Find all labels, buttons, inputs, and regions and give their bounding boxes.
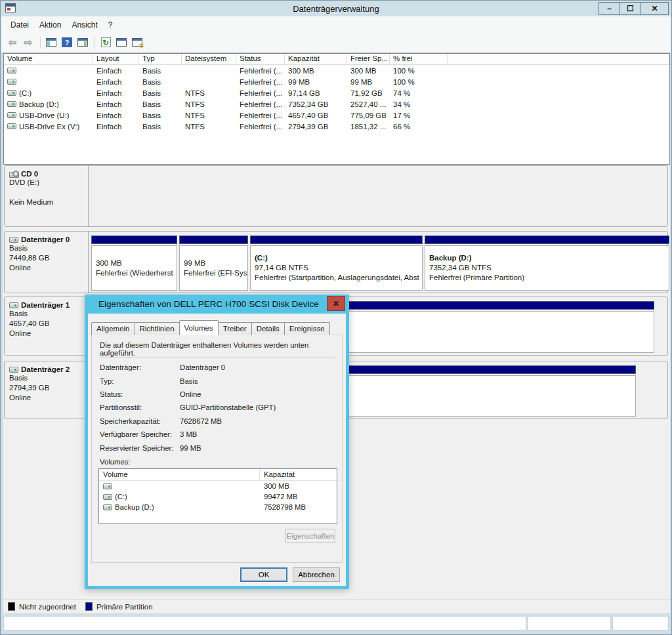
dialog-volume-row[interactable]: 300 MB bbox=[99, 481, 337, 491]
forward-button[interactable]: ⇨ bbox=[21, 35, 35, 50]
info-field-row: Reservierter Speicher:99 MB bbox=[100, 441, 337, 454]
disk-info-fields: Datenträger:Datenträger 0Typ:BasisStatus… bbox=[100, 361, 337, 455]
volume-cell-typ: Basis bbox=[139, 89, 182, 97]
info-field-row: Status:Online bbox=[100, 388, 337, 401]
partition-0-2[interactable]: (C:)97,14 GB NTFSFehlerfrei (Startpartit… bbox=[250, 236, 423, 291]
close-button[interactable]: ✕ bbox=[640, 2, 669, 15]
tab-page-volumes: Die auf diesem Datenträger enthaltenen V… bbox=[91, 335, 343, 563]
dialog-volume-name: Backup (D:) bbox=[115, 503, 154, 511]
dialog-volume-name: (C:) bbox=[115, 493, 127, 501]
column-header-6[interactable]: Freier Sp... bbox=[347, 54, 390, 64]
dialog-close-button[interactable]: ✕ bbox=[327, 296, 345, 311]
disk-label-0[interactable]: Datenträger 0Basis7449,88 GBOnline bbox=[5, 232, 89, 293]
volume-row[interactable]: EinfachBasisFehlerfrei (...300 MB300 MB1… bbox=[4, 65, 669, 76]
maximize-button[interactable]: ☐ bbox=[620, 2, 641, 15]
partition-size: 97,14 GB NTFS bbox=[255, 263, 422, 273]
volume-properties-button[interactable]: Eigenschaften bbox=[285, 529, 335, 543]
volume-cell-prozent: 100 % bbox=[390, 67, 448, 75]
volume-cell-layout: Einfach bbox=[93, 89, 139, 97]
partition-size: 99 MB bbox=[184, 258, 247, 268]
cancel-button[interactable]: Abbrechen bbox=[293, 567, 340, 582]
column-header-1[interactable]: Layout bbox=[93, 54, 139, 64]
column-header-0[interactable]: Volume bbox=[4, 54, 93, 64]
partition-area: 300 MBFehlerfrei (Wiederherst99 MBFehler… bbox=[89, 232, 666, 293]
drive-icon bbox=[7, 68, 16, 73]
volume-cell-kapazitaet: 7352,34 GB bbox=[285, 100, 347, 108]
tab-volumes[interactable]: Volumes bbox=[179, 320, 219, 335]
cd-media: DVD (E:) bbox=[9, 178, 85, 188]
volume-cell-freier: 1851,32 ... bbox=[347, 123, 390, 131]
disk-label-1[interactable]: Datenträger 1Basis4657,40 GBOnline bbox=[5, 297, 89, 355]
partition-0-3[interactable]: Backup (D:)7352,34 GB NTFSFehlerfrei (Pr… bbox=[425, 236, 669, 291]
drive-icon bbox=[7, 112, 16, 118]
field-label: Partitionsstil: bbox=[100, 403, 180, 411]
volume-cell-volume: (C:) bbox=[4, 89, 93, 97]
volume-row[interactable]: Backup (D:)EinfachBasisNTFSFehlerfrei (.… bbox=[4, 98, 669, 110]
tab-treiber[interactable]: Treiber bbox=[218, 322, 252, 335]
column-header-4[interactable]: Status bbox=[236, 54, 285, 64]
info-field-row: Datenträger:Datenträger 0 bbox=[100, 361, 337, 374]
ok-button[interactable]: OK bbox=[240, 567, 287, 582]
disk-typ: Basis bbox=[9, 243, 85, 253]
tab-details[interactable]: Details bbox=[251, 322, 285, 335]
cd-drive-label[interactable]: CD 0 DVD (E:) Kein Medium bbox=[5, 166, 89, 226]
volume-row[interactable]: USB-Drive Ex (V:)EinfachBasisNTFSFehlerf… bbox=[4, 121, 669, 132]
volumes-listbox[interactable]: Volume Kapazität 300 MB(C:)99472 MBBacku… bbox=[98, 468, 337, 524]
info-field-row: Partitionsstil:GUID-Partitionstabelle (G… bbox=[100, 401, 337, 414]
volume-cell-prozent: 17 % bbox=[390, 112, 448, 119]
volume-cell-layout: Einfach bbox=[93, 67, 139, 75]
partition-body: (C:)97,14 GB NTFSFehlerfrei (Startpartit… bbox=[250, 245, 423, 291]
volume-cell-dateisystem: NTFS bbox=[182, 89, 236, 97]
volume-cell-status: Fehlerfrei (... bbox=[236, 112, 285, 119]
field-label: Status: bbox=[100, 390, 180, 398]
disk-name: Datenträger 2 bbox=[21, 365, 70, 373]
help-button[interactable]: ? bbox=[60, 35, 74, 50]
menu-item-0[interactable]: Datei bbox=[5, 18, 34, 31]
dialog-volume-row[interactable]: (C:)99472 MB bbox=[99, 491, 337, 502]
disk-name: Datenträger 0 bbox=[21, 236, 70, 243]
column-header-2[interactable]: Typ bbox=[139, 54, 182, 64]
dialog-tabstrip: AllgemeinRichtlinienVolumesTreiberDetail… bbox=[91, 321, 329, 335]
maximize-icon: ☐ bbox=[627, 4, 634, 13]
cd-drive-row[interactable]: CD 0 DVD (E:) Kein Medium bbox=[4, 165, 668, 227]
partition-0-0[interactable]: 300 MBFehlerfrei (Wiederherst bbox=[91, 236, 177, 291]
disk-label-2[interactable]: Datenträger 2Basis2794,39 GBOnline bbox=[5, 361, 89, 419]
volumes-col-volume[interactable]: Volume bbox=[99, 469, 260, 480]
field-value: 7628672 MB bbox=[180, 417, 222, 425]
tab-allgemein[interactable]: Allgemein bbox=[91, 322, 135, 335]
volume-cell-dateisystem: NTFS bbox=[182, 100, 236, 108]
menu-item-3[interactable]: ? bbox=[103, 18, 118, 31]
action-pane-button[interactable] bbox=[75, 35, 90, 50]
tab-ereignisse[interactable]: Ereignisse bbox=[284, 322, 330, 335]
properties-button[interactable] bbox=[114, 35, 129, 50]
column-header-5[interactable]: Kapazität bbox=[285, 54, 347, 64]
volume-cell-volume: USB-Drive (U:) bbox=[4, 112, 93, 119]
cd-status: Kein Medium bbox=[9, 197, 85, 207]
volume-list-panel: VolumeLayoutTypDateisystemStatusKapazitä… bbox=[3, 53, 670, 165]
manage-button[interactable]: ⚙ bbox=[130, 35, 144, 50]
volume-row[interactable]: USB-Drive (U:)EinfachBasisNTFSFehlerfrei… bbox=[4, 110, 669, 121]
dialog-body: AllgemeinRichtlinienVolumesTreiberDetail… bbox=[88, 314, 346, 586]
menu-item-2[interactable]: Ansicht bbox=[66, 18, 102, 31]
column-header-7[interactable]: % frei bbox=[390, 54, 448, 64]
dialog-volume-row[interactable]: Backup (D:)7528798 MB bbox=[99, 502, 337, 512]
volume-cell-status: Fehlerfrei (... bbox=[236, 78, 285, 86]
column-header-3[interactable]: Dateisystem bbox=[182, 54, 236, 64]
menu-item-1[interactable]: Aktion bbox=[34, 18, 66, 31]
legend-label: Primäre Partition bbox=[96, 603, 153, 611]
volume-row[interactable]: EinfachBasisFehlerfrei (...99 MB99 MB100… bbox=[4, 76, 669, 87]
volume-row[interactable]: (C:)EinfachBasisNTFSFehlerfrei (...97,14… bbox=[4, 87, 669, 98]
minimize-button[interactable]: – bbox=[598, 2, 620, 15]
volumes-col-capacity[interactable]: Kapazität bbox=[260, 469, 337, 480]
drive-icon bbox=[103, 483, 112, 489]
back-button[interactable]: ⇦ bbox=[5, 35, 20, 50]
partition-0-1[interactable]: 99 MBFehlerfrei (EFI-Sys bbox=[179, 236, 248, 291]
disk-name: Datenträger 1 bbox=[21, 301, 70, 309]
volumes-list-header: Volume Kapazität bbox=[99, 469, 337, 481]
volume-name: USB-Drive Ex (V:) bbox=[19, 123, 79, 131]
volume-cell-layout: Einfach bbox=[93, 100, 139, 108]
tab-richtlinien[interactable]: Richtlinien bbox=[135, 322, 180, 335]
refresh-button[interactable]: ↻ bbox=[98, 35, 113, 50]
console-tree-button[interactable] bbox=[44, 35, 58, 50]
partition-status: Fehlerfrei (EFI-Sys bbox=[184, 268, 247, 278]
